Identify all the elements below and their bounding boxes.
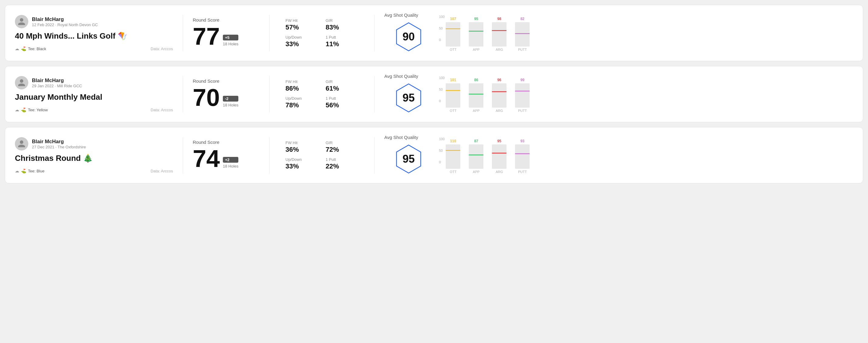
stat-gir-value: 83% xyxy=(326,23,359,31)
chart-wrapper: 100 50 0 101OTT86APP96ARG99PUTT xyxy=(439,76,853,113)
score-row: 74+218 Holes xyxy=(193,147,260,171)
stat-fw-hit-value: 57% xyxy=(285,23,318,31)
bar-group-ott: 101OTT xyxy=(446,83,460,113)
chart-wrapper: 100 50 0 110OTT87APP95ARG93PUTT xyxy=(439,137,853,174)
bar-label-app: APP xyxy=(473,170,479,174)
bar-line-app xyxy=(469,31,484,32)
stat-gir: GIR83% xyxy=(326,18,359,31)
divider-2 xyxy=(269,76,270,113)
bar-value-arg: 95 xyxy=(497,139,501,143)
tee-icon: ⛳ xyxy=(21,168,26,173)
bar-label-ott: OTT xyxy=(450,170,456,174)
score-row: 77+518 Holes xyxy=(193,24,260,49)
stat-fw-hit: FW Hit36% xyxy=(285,141,318,154)
bar-label-arg: ARG xyxy=(496,109,503,113)
stat-fw-hit-value: 36% xyxy=(285,146,318,154)
bar-group-putt: 93PUTT xyxy=(515,145,530,174)
data-source: Data: Arccos xyxy=(151,107,173,112)
stat-one-putt: 1 Putt11% xyxy=(326,35,359,48)
divider-3 xyxy=(374,137,375,174)
quality-section: Avg Shot Quality 95 xyxy=(384,135,433,176)
bar-line-arg xyxy=(492,91,506,92)
stat-fw-hit-label: FW Hit xyxy=(285,80,318,84)
divider-1 xyxy=(183,15,183,52)
y-axis: 100 50 0 xyxy=(439,76,444,103)
stat-up-down-label: Up/Down xyxy=(285,35,318,39)
quality-score: 95 xyxy=(403,153,415,165)
y-label-50: 50 xyxy=(439,149,444,152)
data-source: Data: Arccos xyxy=(151,169,173,173)
stat-one-putt-value: 11% xyxy=(326,40,359,48)
stat-up-down-value: 33% xyxy=(285,162,318,170)
bar-label-putt: PUTT xyxy=(518,48,527,52)
bar-line-putt xyxy=(515,33,530,34)
stat-up-down-value: 78% xyxy=(285,101,318,109)
round-score-label: Round Score xyxy=(193,17,260,23)
bar-bg-ott xyxy=(446,83,460,107)
bar-value-ott: 107 xyxy=(450,17,456,21)
left-section: Blair McHarg12 Feb 2022 · Royal North De… xyxy=(15,15,173,51)
divider-2 xyxy=(269,137,270,174)
bar-group-ott: 107OTT xyxy=(446,22,460,52)
bar-bg-putt xyxy=(515,145,530,169)
holes-text: 18 Holes xyxy=(223,103,238,107)
avatar xyxy=(15,137,28,151)
stat-up-down: Up/Down33% xyxy=(285,35,318,48)
score-detail: -218 Holes xyxy=(223,96,238,110)
bar-value-app: 95 xyxy=(474,17,478,21)
stat-one-putt: 1 Putt22% xyxy=(326,157,359,170)
stats-section: FW Hit86%GIR61%Up/Down78%1 Putt56% xyxy=(285,80,359,109)
y-label-100: 100 xyxy=(439,15,444,19)
stat-fw-hit-label: FW Hit xyxy=(285,141,318,145)
stats-grid: FW Hit86%GIR61%Up/Down78%1 Putt56% xyxy=(285,80,359,109)
stat-one-putt-value: 22% xyxy=(326,162,359,170)
bar-bg-ott xyxy=(446,22,460,46)
quality-score: 90 xyxy=(403,30,415,43)
bar-bg-arg xyxy=(492,145,506,169)
stats-grid: FW Hit57%GIR83%Up/Down33%1 Putt11% xyxy=(285,18,359,48)
tee-info: ☁⛳Tee: Yellow xyxy=(15,107,48,112)
bar-value-putt: 82 xyxy=(521,17,524,21)
stat-gir-value: 61% xyxy=(326,85,359,92)
divider-3 xyxy=(374,15,375,52)
y-label-0: 0 xyxy=(439,38,444,42)
bottom-row: ☁⛳Tee: YellowData: Arccos xyxy=(15,107,173,112)
bar-bg-ott xyxy=(446,145,460,169)
y-label-0: 0 xyxy=(439,99,444,103)
bar-line-arg xyxy=(492,153,506,154)
y-axis: 100 50 0 xyxy=(439,15,444,42)
bar-value-ott: 101 xyxy=(450,78,456,82)
bar-bg-arg xyxy=(492,22,506,46)
bar-value-app: 87 xyxy=(474,139,478,143)
bar-label-putt: PUTT xyxy=(518,170,527,174)
score-row: 70-218 Holes xyxy=(193,86,260,110)
bar-value-app: 86 xyxy=(474,78,478,82)
hexagon-container: 90 xyxy=(394,20,424,54)
score-number: 70 xyxy=(193,86,220,110)
round-card-1: Blair McHarg12 Feb 2022 · Royal North De… xyxy=(5,5,863,61)
stat-up-down: Up/Down78% xyxy=(285,96,318,109)
round-title: 40 Mph Winds... Links Golf 🪁 xyxy=(15,31,173,41)
weather-icon: ☁ xyxy=(15,46,19,51)
bar-group-arg: 96ARG xyxy=(492,83,506,113)
score-number: 74 xyxy=(193,147,220,171)
bar-bg-app xyxy=(469,83,484,107)
y-label-100: 100 xyxy=(439,137,444,141)
stat-fw-hit-label: FW Hit xyxy=(285,18,318,23)
bar-chart: 107OTT95APP98ARG82PUTT xyxy=(446,15,530,52)
score-badge: -2 xyxy=(223,96,238,101)
user-info: Blair McHarg12 Feb 2022 · Royal North De… xyxy=(32,17,98,27)
bar-label-ott: OTT xyxy=(450,48,456,52)
user-row: Blair McHarg27 Dec 2021 · The Oxfordshir… xyxy=(15,137,173,151)
bar-line-app xyxy=(469,154,484,155)
divider-2 xyxy=(269,15,270,52)
bar-label-arg: ARG xyxy=(496,48,503,52)
round-score-label: Round Score xyxy=(193,79,260,84)
score-badge: +5 xyxy=(223,35,238,40)
bar-chart: 110OTT87APP95ARG93PUTT xyxy=(446,137,530,174)
user-info: Blair McHarg27 Dec 2021 · The Oxfordshir… xyxy=(32,139,86,149)
stat-fw-hit: FW Hit86% xyxy=(285,80,318,92)
bar-line-app xyxy=(469,94,484,95)
user-meta: 29 Jan 2022 · Mill Ride GCC xyxy=(32,84,82,88)
bar-group-putt: 99PUTT xyxy=(515,83,530,113)
